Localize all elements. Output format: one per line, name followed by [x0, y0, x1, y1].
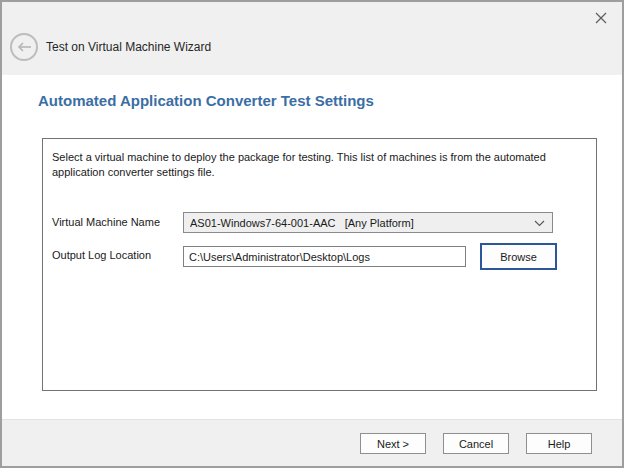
- help-button[interactable]: Help: [526, 433, 592, 454]
- close-button[interactable]: [590, 7, 612, 29]
- description-text: Select a virtual machine to deploy the p…: [52, 150, 586, 180]
- output-log-input[interactable]: [183, 246, 466, 267]
- output-log-label: Output Log Location: [52, 249, 151, 261]
- title-bar: Test on Virtual Machine Wizard: [2, 2, 622, 75]
- browse-button[interactable]: Browse: [480, 243, 557, 270]
- window-title: Test on Virtual Machine Wizard: [46, 40, 211, 54]
- back-arrow-icon: [17, 42, 32, 52]
- vm-name-label: Virtual Machine Name: [52, 216, 160, 228]
- settings-group-box: Select a virtual machine to deploy the p…: [42, 138, 597, 391]
- cancel-button[interactable]: Cancel: [443, 433, 509, 454]
- vm-name-select[interactable]: AS01-Windows7-64-001-AAC [Any Platform]: [183, 212, 553, 233]
- page-title: Automated Application Converter Test Set…: [38, 92, 374, 109]
- close-icon: [595, 12, 607, 24]
- wizard-window: Test on Virtual Machine Wizard Automated…: [0, 0, 624, 468]
- button-bar: Next > Cancel Help: [2, 419, 622, 466]
- back-button[interactable]: [10, 33, 38, 61]
- vm-name-selected-value: AS01-Windows7-64-001-AAC [Any Platform]: [190, 217, 414, 229]
- content-area: Automated Application Converter Test Set…: [2, 75, 622, 419]
- chevron-down-icon: [534, 220, 545, 227]
- next-button[interactable]: Next >: [360, 433, 426, 454]
